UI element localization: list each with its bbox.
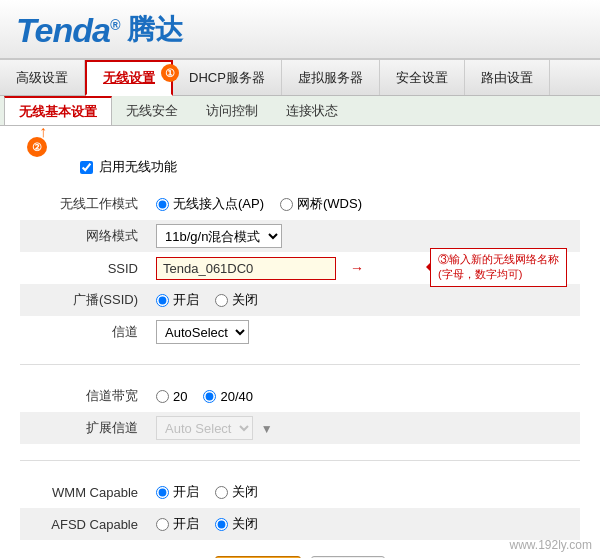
nav-routing[interactable]: 路由设置 xyxy=(465,60,550,95)
wmm-on-radio[interactable] xyxy=(156,486,169,499)
top-nav: 高级设置 无线设置 ① DHCP服务器 虚拟服务器 安全设置 路由设置 xyxy=(0,60,600,96)
extchannel-label: 扩展信道 xyxy=(20,412,150,444)
ssid-label: SSID xyxy=(20,252,150,284)
workmode-ap-label[interactable]: 无线接入点(AP) xyxy=(156,195,264,213)
form-table: 无线工作模式 无线接入点(AP) 网桥(WDS) 网络模式 xyxy=(20,188,580,540)
afsd-off-radio[interactable] xyxy=(215,518,228,531)
wmm-on-text: 开启 xyxy=(173,483,199,501)
watermark: www.192ly.com xyxy=(510,538,592,552)
wmm-off-text: 关闭 xyxy=(232,483,258,501)
afsd-on-label[interactable]: 开启 xyxy=(156,515,199,533)
nav-wireless[interactable]: 无线设置 ① xyxy=(85,60,173,96)
broadcast-label: 广播(SSID) xyxy=(20,284,150,316)
extchannel-select: Auto Select xyxy=(156,416,253,440)
channel-select[interactable]: AutoSelect 123 456 789 10111213 xyxy=(156,320,249,344)
workmode-ap-radio[interactable] xyxy=(156,198,169,211)
broadcast-on-label[interactable]: 开启 xyxy=(156,291,199,309)
logo-tenda: Tenda® xyxy=(16,11,119,50)
broadcast-on-text: 开启 xyxy=(173,291,199,309)
divider1 xyxy=(20,348,580,380)
broadcast-off-text: 关闭 xyxy=(232,291,258,309)
workmode-wds-radio[interactable] xyxy=(280,198,293,211)
table-row-afsd: AFSD Capable 开启 关闭 xyxy=(20,508,580,540)
subnav-connection[interactable]: 连接状态 xyxy=(272,96,352,125)
workmode-label: 无线工作模式 xyxy=(20,188,150,220)
wmm-on-label[interactable]: 开启 xyxy=(156,483,199,501)
bw-20-text: 20 xyxy=(173,389,187,404)
header: Tenda® 腾达 xyxy=(0,0,600,60)
workmode-wds-text: 网桥(WDS) xyxy=(297,195,362,213)
extchannel-dropdown-arrow: ▼ xyxy=(261,422,273,436)
wmm-off-radio[interactable] xyxy=(215,486,228,499)
ssid-input[interactable] xyxy=(156,257,336,280)
enable-wireless-checkbox[interactable] xyxy=(80,161,93,174)
bw-20-label[interactable]: 20 xyxy=(156,389,187,404)
workmode-ap-text: 无线接入点(AP) xyxy=(173,195,264,213)
table-row-bandwidth: 信道带宽 20 20/40 xyxy=(20,380,580,412)
bw-2040-radio[interactable] xyxy=(203,390,216,403)
table-row-wmm: WMM Capable 开启 关闭 xyxy=(20,476,580,508)
afsd-on-radio[interactable] xyxy=(156,518,169,531)
table-row-extchannel: 扩展信道 Auto Select ▼ xyxy=(20,412,580,444)
netmode-label: 网络模式 xyxy=(20,220,150,252)
channel-label: 信道 xyxy=(20,316,150,348)
extchannel-value: Auto Select ▼ xyxy=(150,412,580,444)
broadcast-off-radio[interactable] xyxy=(215,294,228,307)
subnav-security[interactable]: 无线安全 xyxy=(112,96,192,125)
ssid-value: → ③输入新的无线网络名称 (字母，数字均可) xyxy=(150,252,580,284)
nav-security[interactable]: 安全设置 xyxy=(380,60,465,95)
table-row-ssid: SSID → ③输入新的无线网络名称 (字母，数字均可) xyxy=(20,252,580,284)
broadcast-on-radio[interactable] xyxy=(156,294,169,307)
broadcast-value: 开启 关闭 xyxy=(150,284,580,316)
afsd-value: 开启 关闭 xyxy=(150,508,580,540)
ssid-arrow: → xyxy=(350,260,364,276)
afsd-label: AFSD Capable xyxy=(20,508,150,540)
table-row-broadcast: 广播(SSID) 开启 关闭 xyxy=(20,284,580,316)
bw-2040-label[interactable]: 20/40 xyxy=(203,389,253,404)
channel-value: AutoSelect 123 456 789 10111213 xyxy=(150,316,580,348)
sub-nav: 无线基本设置 ↑ ② 无线安全 访问控制 连接状态 xyxy=(0,96,600,126)
nav-virtual[interactable]: 虚拟服务器 xyxy=(282,60,380,95)
bandwidth-label: 信道带宽 xyxy=(20,380,150,412)
main-content: 启用无线功能 无线工作模式 无线接入点(AP) 网桥(WDS) xyxy=(0,144,600,558)
afsd-on-text: 开启 xyxy=(173,515,199,533)
afsd-off-text: 关闭 xyxy=(232,515,258,533)
wmm-label: WMM Capable xyxy=(20,476,150,508)
enable-wireless-label[interactable]: 启用无线功能 xyxy=(99,158,177,176)
wmm-off-label[interactable]: 关闭 xyxy=(215,483,258,501)
table-row-channel: 信道 AutoSelect 123 456 789 10111213 xyxy=(20,316,580,348)
netmode-select[interactable]: 11b/g/n混合模式 11b模式 11g模式 11n模式 xyxy=(156,224,282,248)
subnav-access[interactable]: 访问控制 xyxy=(192,96,272,125)
divider2 xyxy=(20,444,580,476)
broadcast-off-label[interactable]: 关闭 xyxy=(215,291,258,309)
workmode-value: 无线接入点(AP) 网桥(WDS) xyxy=(150,188,580,220)
bandwidth-value: 20 20/40 xyxy=(150,380,580,412)
ssid-annotation: ③输入新的无线网络名称 (字母，数字均可) xyxy=(430,248,567,287)
nav-advanced[interactable]: 高级设置 xyxy=(0,60,85,95)
wmm-value: 开启 关闭 xyxy=(150,476,580,508)
step2-circle: ② xyxy=(27,137,47,157)
enable-row: 启用无线功能 xyxy=(20,158,580,176)
logo-chinese: 腾达 xyxy=(127,11,183,49)
afsd-off-label[interactable]: 关闭 xyxy=(215,515,258,533)
subnav-basic[interactable]: 无线基本设置 ↑ ② xyxy=(4,96,112,125)
bw-20-radio[interactable] xyxy=(156,390,169,403)
table-row-workmode: 无线工作模式 无线接入点(AP) 网桥(WDS) xyxy=(20,188,580,220)
nav-dhcp[interactable]: DHCP服务器 xyxy=(173,60,282,95)
workmode-wds-label[interactable]: 网桥(WDS) xyxy=(280,195,362,213)
bw-2040-text: 20/40 xyxy=(220,389,253,404)
